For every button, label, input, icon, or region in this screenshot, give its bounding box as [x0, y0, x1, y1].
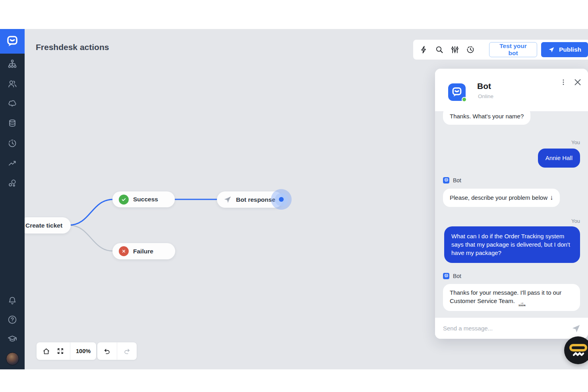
node-label: Failure: [133, 248, 153, 255]
ai-brain-icon[interactable]: [7, 98, 18, 109]
flow-builder-icon[interactable]: [7, 58, 18, 69]
sidebar-bottom: [6, 295, 19, 369]
chat-widget-button[interactable]: [564, 336, 588, 364]
toolbar: Test your bot Publish: [413, 40, 588, 60]
chat-messages: Thanks. What's your name? You Annie Hall…: [435, 111, 588, 318]
bot-message: Thanks. What's your name?: [443, 111, 530, 125]
node-failure[interactable]: Failure: [112, 243, 175, 259]
check-circle-icon: [119, 195, 129, 205]
redo-icon: [123, 347, 131, 355]
connection-point-selected[interactable]: [271, 189, 292, 210]
chat-bot-name: Bot: [477, 81, 491, 91]
redo-button[interactable]: [117, 342, 137, 360]
chat-header: Bot Online: [435, 69, 588, 111]
test-your-bot-button[interactable]: Test your bot: [489, 42, 537, 57]
publish-label: Publish: [559, 46, 581, 53]
bot-mini-logo-icon: [443, 273, 449, 279]
node-success[interactable]: Success: [112, 191, 175, 207]
bot-face-icon: [564, 336, 588, 364]
history-controls: [97, 342, 137, 360]
page-title: Freshdesk actions: [36, 42, 109, 52]
chat-input-bar: [435, 318, 588, 339]
sender-label-you: You: [443, 218, 580, 224]
analytics-icon[interactable]: [7, 158, 18, 168]
search-icon[interactable]: [435, 45, 444, 54]
view-buttons: [37, 342, 70, 360]
send-plane-icon: [548, 46, 555, 53]
paper-plane-icon: [223, 195, 232, 204]
node-create-ticket[interactable]: Create ticket: [19, 217, 71, 234]
bot-avatar: [448, 83, 466, 101]
user-avatar[interactable]: [6, 352, 19, 365]
node-label: Bot response: [236, 196, 275, 203]
sender-label-bot: Bot: [443, 177, 580, 183]
zoom-level[interactable]: 100%: [70, 342, 96, 360]
undo-button[interactable]: [97, 342, 117, 360]
app-logo[interactable]: [0, 29, 25, 54]
notifications-bell-icon[interactable]: [7, 295, 18, 306]
kebab-menu-icon[interactable]: [558, 77, 569, 88]
history-clock-icon[interactable]: [7, 138, 18, 149]
sidebar-nav: [7, 54, 18, 188]
down-arrow-emoji: ↓: [550, 194, 553, 201]
sidebar: [0, 29, 25, 369]
settings-sliders-icon[interactable]: [450, 45, 460, 54]
sender-label-bot: Bot: [443, 273, 580, 279]
help-question-icon[interactable]: [7, 314, 18, 325]
audience-icon[interactable]: [7, 78, 18, 89]
undo-icon: [103, 347, 111, 355]
bot-message: Thanks for your message. I'll pass it to…: [443, 284, 580, 311]
app-window: Freshdesk actions Test your bot Publish: [0, 0, 588, 392]
online-status-dot: [462, 97, 467, 102]
chat-bot-status: Online: [478, 93, 493, 99]
publish-button[interactable]: Publish: [541, 42, 588, 57]
close-icon[interactable]: [572, 77, 583, 88]
x-circle-icon: [119, 246, 129, 256]
sender-label-you: You: [443, 139, 580, 145]
message-input[interactable]: [443, 325, 567, 332]
fit-screen-icon[interactable]: [56, 347, 64, 355]
user-message: Annie Hall: [538, 149, 580, 167]
node-label: Create ticket: [25, 222, 62, 229]
integrations-bubbles-icon[interactable]: [7, 178, 18, 188]
bot-message: Please, describe your problem below↓: [443, 189, 560, 207]
node-label: Success: [133, 196, 158, 203]
send-message-icon[interactable]: [571, 323, 582, 334]
connection-halo: [275, 193, 288, 206]
quick-actions-bolt-icon[interactable]: [419, 45, 429, 54]
soon-emoji: → SOON: [518, 300, 526, 307]
bot-mini-logo-icon: [443, 177, 449, 183]
zoom-controls: 100%: [37, 342, 96, 360]
connection-dot: [279, 197, 284, 202]
zoom-level-label: 100%: [76, 348, 91, 354]
bot-test-panel: Bot Online Thanks. What's your name? You…: [435, 69, 588, 339]
database-icon[interactable]: [7, 118, 18, 129]
version-history-clock-icon[interactable]: [466, 45, 475, 54]
academy-cap-icon[interactable]: [7, 333, 18, 344]
user-message: What can I do if the Order Tracking syst…: [444, 226, 580, 263]
home-icon[interactable]: [42, 347, 50, 355]
